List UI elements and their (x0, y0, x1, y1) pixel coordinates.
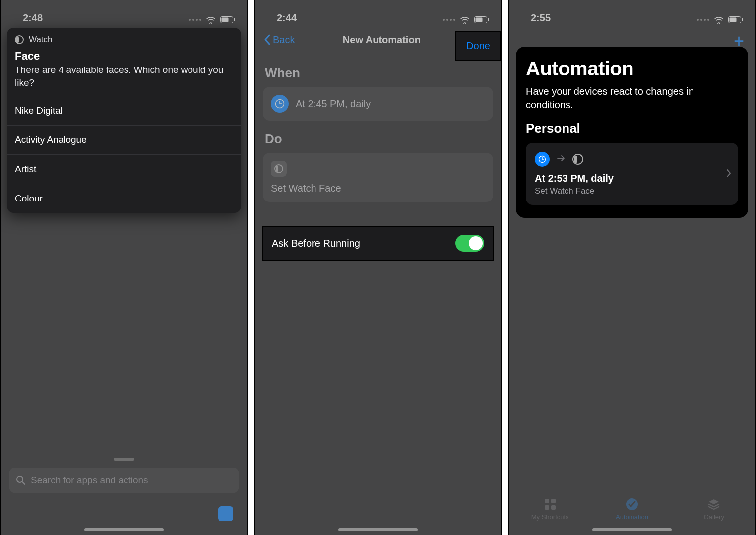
wifi-icon (205, 16, 216, 24)
chevron-left-icon (264, 34, 271, 45)
search-input[interactable]: Search for apps and actions (9, 468, 239, 493)
status-right (697, 16, 743, 24)
status-time: 2:48 (23, 12, 43, 24)
svg-rect-1 (222, 18, 229, 22)
do-action-label: Set Watch Face (271, 183, 485, 194)
ask-before-running-row: Ask Before Running (262, 226, 494, 261)
svg-point-3 (17, 476, 23, 482)
status-time: 2:55 (531, 12, 551, 24)
home-indicator[interactable] (592, 528, 672, 531)
gallery-icon (707, 497, 720, 511)
screen-new-automation: 2:44 Back New Automation Done Done Whe (254, 0, 502, 535)
sheet-grabber-icon[interactable] (114, 458, 134, 461)
popup-subtitle: There are 4 available faces. Which one w… (7, 64, 241, 96)
svg-rect-7 (488, 18, 489, 21)
section-personal: Personal (526, 121, 738, 136)
face-option-colour[interactable]: Colour (7, 184, 241, 213)
watch-icon (572, 154, 583, 165)
wifi-icon (459, 16, 470, 24)
status-right (189, 16, 235, 24)
back-button[interactable]: Back (264, 34, 295, 46)
popup-header: Watch (7, 28, 241, 47)
automation-tab-icon (625, 497, 639, 511)
popup-title: Face (7, 47, 241, 64)
watch-action-icon (271, 161, 287, 177)
svg-rect-13 (545, 499, 549, 503)
svg-rect-2 (234, 18, 235, 21)
chevron-right-icon (726, 169, 731, 180)
screen-automation-list: 2:55 + Automation Have your devices reac… (508, 0, 756, 535)
cellular-icon (443, 19, 455, 21)
svg-rect-10 (730, 18, 737, 22)
search-icon (16, 475, 26, 485)
automation-item-sub: Set Watch Face (535, 186, 729, 196)
svg-rect-14 (551, 499, 556, 503)
back-label: Back (273, 34, 295, 46)
face-option-nike-digital[interactable]: Nike Digital (7, 96, 241, 125)
popup-app-name: Watch (29, 35, 53, 45)
wifi-icon (713, 16, 724, 24)
battery-icon (728, 16, 743, 23)
do-heading: Do (255, 121, 501, 153)
ask-toggle[interactable] (455, 235, 484, 252)
watch-app-icon (15, 35, 24, 44)
tab-label: Automation (616, 513, 648, 521)
status-bar: 2:44 (255, 0, 501, 25)
svg-rect-15 (545, 505, 549, 510)
automation-card: Automation Have your devices react to ch… (516, 47, 748, 218)
battery-icon (474, 16, 489, 23)
page-title: Automation (526, 58, 738, 80)
done-label: Done (466, 40, 490, 52)
cellular-icon (697, 19, 709, 21)
done-button[interactable]: Done (455, 31, 501, 61)
tab-label: My Shortcuts (531, 513, 569, 521)
face-option-activity-analogue[interactable]: Activity Analogue (7, 125, 241, 154)
when-row[interactable]: At 2:45 PM, daily (263, 87, 493, 121)
home-indicator[interactable] (338, 528, 418, 531)
ask-label: Ask Before Running (272, 238, 360, 249)
screen-face-picker: 2:48 Watch Face There are 4 available fa… (0, 0, 248, 535)
search-placeholder: Search for apps and actions (31, 475, 148, 486)
svg-rect-6 (476, 18, 483, 22)
cellular-icon (189, 19, 201, 21)
automation-item[interactable]: At 2:53 PM, daily Set Watch Face (526, 143, 738, 205)
nav-title: New Automation (343, 34, 421, 46)
svg-rect-16 (551, 505, 556, 510)
tab-my-shortcuts[interactable]: My Shortcuts (509, 490, 591, 527)
svg-rect-11 (742, 18, 743, 21)
svg-line-4 (22, 482, 25, 484)
tab-automation[interactable]: Automation (591, 490, 673, 527)
page-desc: Have your devices react to changes in co… (526, 85, 738, 112)
clock-icon (271, 95, 289, 113)
action-thumbnail-icon[interactable] (218, 506, 233, 521)
clock-icon (535, 152, 550, 167)
face-picker-popup: Watch Face There are 4 available faces. … (7, 28, 241, 213)
automation-item-icons (535, 152, 729, 167)
grid-icon (544, 497, 557, 511)
tab-label: Gallery (704, 513, 724, 521)
tab-gallery[interactable]: Gallery (673, 490, 755, 527)
battery-icon (220, 16, 235, 23)
face-option-artist[interactable]: Artist (7, 154, 241, 184)
do-row[interactable]: Set Watch Face (263, 153, 493, 202)
status-bar: 2:55 (509, 0, 755, 25)
arrow-right-icon (557, 155, 566, 164)
home-indicator[interactable] (84, 528, 164, 531)
when-text: At 2:45 PM, daily (296, 98, 371, 110)
status-right (443, 16, 489, 24)
status-time: 2:44 (277, 12, 297, 24)
status-bar: 2:48 (1, 0, 247, 25)
automation-item-title: At 2:53 PM, daily (535, 173, 729, 184)
